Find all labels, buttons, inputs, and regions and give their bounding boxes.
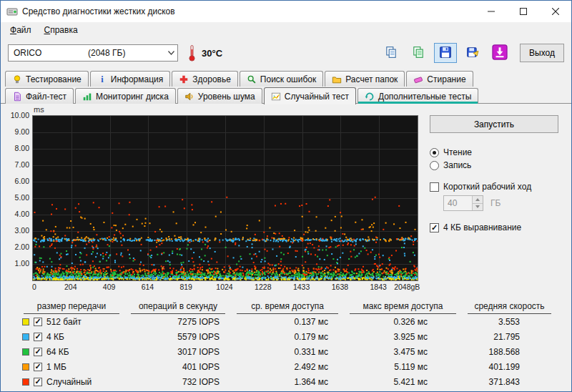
series-label: 1 МБ	[46, 362, 66, 372]
align-row[interactable]: 4 КБ выравнивание	[430, 222, 558, 232]
y-tick-label: 1.00	[15, 259, 29, 268]
tab-random-test[interactable]: Случайный тест	[264, 87, 356, 104]
tab-file-test[interactable]: Файл-тест	[5, 88, 74, 104]
tab-additional-tests[interactable]: Дополнительные тесты	[358, 88, 478, 104]
x-tick-label: 1638	[332, 283, 348, 291]
close-button[interactable]	[539, 1, 571, 22]
short-stroke-unit: ГБ	[490, 198, 500, 208]
spin-down-button[interactable]	[473, 203, 483, 211]
refresh-teal-icon	[365, 92, 375, 102]
speaker-icon	[184, 92, 194, 102]
x-tick-label: 0	[32, 283, 36, 291]
column-header: размер передачи	[24, 300, 119, 314]
exit-button[interactable]: Выход	[520, 44, 564, 62]
read-radio-row[interactable]: Чтение	[430, 147, 558, 157]
series-checkbox[interactable]	[34, 318, 42, 326]
short-stroke-row[interactable]: Короткий рабочий ход	[430, 182, 558, 192]
iops-value: 401 IOPS	[125, 362, 231, 372]
table-row: 1 МБ401 IOPS2.492 мс5.119 мс401.199	[18, 359, 557, 374]
x-tick-label: 1843	[370, 283, 387, 291]
tab-row-1: ТестированиеiИнформацияЗдоровьеПоиск оши…	[5, 71, 567, 87]
x-tick-label: 2048gB	[394, 283, 420, 291]
plot-wrap: ms 0204409614819102412281433163818432048…	[32, 115, 418, 293]
short-stroke-size-value: 40	[444, 196, 472, 210]
tab-information[interactable]: iИнформация	[90, 71, 170, 87]
menubar: Файл Справка	[1, 22, 571, 38]
start-button[interactable]: Запустить	[430, 115, 558, 133]
info-icon: i	[97, 74, 107, 84]
series-label: 4 КБ	[46, 332, 64, 342]
tab-folder-calc[interactable]: Расчет папок	[325, 71, 405, 87]
write-radio-label: Запись	[443, 160, 471, 170]
tab-disk-monitor[interactable]: Мониторинг диска	[75, 88, 176, 104]
table-body: 512 байт7275 IOPS0.137 мс0.326 мс3.5534 …	[18, 314, 557, 389]
series-checkbox[interactable]	[34, 378, 42, 386]
copy-report-icon	[412, 46, 425, 61]
y-tick-label: 7.00	[15, 160, 29, 169]
copy-pages-icon	[385, 46, 398, 61]
drive-size: (2048 ГБ)	[88, 48, 125, 58]
folder-icon	[332, 74, 342, 84]
menu-file[interactable]: Файл	[4, 23, 38, 37]
health-cross-icon	[179, 74, 189, 84]
spinner	[472, 196, 483, 210]
x-tick-label: 204	[64, 283, 77, 291]
series-color-swatch	[22, 348, 29, 356]
series-cell: 4 КБ	[18, 332, 125, 342]
menu-help[interactable]: Справка	[38, 23, 84, 37]
column-header: операций в секунду	[131, 300, 225, 314]
y-tick-label: 5.00	[15, 193, 29, 202]
column-header: макс время доступа	[350, 300, 456, 314]
series-checkbox[interactable]	[34, 333, 42, 341]
series-checkbox[interactable]	[34, 348, 42, 356]
column-header: ср. время доступа	[237, 300, 338, 314]
write-radio[interactable]	[430, 161, 439, 170]
align-4k-label: 4 КБ выравнивание	[443, 222, 521, 232]
export-save-button[interactable]	[461, 43, 484, 63]
short-stroke-size-input[interactable]: 40	[443, 195, 483, 211]
scatter-canvas	[32, 115, 418, 281]
app-window: Средство диагностики жестких дисков Файл…	[0, 0, 572, 392]
tab-health[interactable]: Здоровье	[172, 71, 238, 87]
y-tick-label: 6.00	[15, 177, 29, 185]
copy-report-button[interactable]	[407, 43, 430, 63]
toolbar: ORICO (2048 ГБ) 30°C	[1, 38, 571, 68]
y-tick-label: 10.00	[11, 111, 29, 119]
read-radio[interactable]	[430, 148, 439, 157]
avg-access-value: 0.179 мс	[231, 332, 344, 342]
copy-pages-button[interactable]	[380, 43, 403, 63]
maximize-button[interactable]	[507, 1, 539, 22]
download-button[interactable]	[488, 43, 511, 63]
svg-text:i: i	[101, 74, 104, 84]
y-tick-label: 9.00	[15, 127, 29, 136]
results-table: размер передачиопераций в секундуср. вре…	[18, 300, 557, 389]
minimize-button[interactable]	[475, 1, 507, 22]
iops-value: 5579 IOPS	[125, 332, 231, 342]
temperature-value: 30°C	[202, 48, 222, 59]
drive-select[interactable]: ORICO (2048 ГБ)	[8, 44, 178, 62]
random-chart-icon	[271, 92, 281, 102]
avg-speed-value: 188.568	[462, 347, 557, 357]
tab-erase[interactable]: Стирание	[406, 71, 473, 87]
short-stroke-checkbox[interactable]	[430, 182, 439, 192]
y-tick-label: 8.00	[15, 144, 29, 152]
spin-up-button[interactable]	[473, 196, 483, 203]
max-access-value: 3.475 мс	[344, 347, 462, 357]
short-stroke-size-row: 40 ГБ	[443, 195, 558, 211]
tab-error-scan[interactable]: Поиск ошибок	[240, 71, 323, 87]
series-checkbox[interactable]	[34, 363, 42, 371]
avg-access-value: 1.364 мс	[231, 377, 344, 387]
save-button[interactable]	[434, 43, 457, 63]
table-row: 4 КБ5579 IOPS0.179 мс3.925 мс21.795	[18, 329, 557, 344]
y-axis-unit: ms	[34, 105, 44, 114]
series-label: 64 КБ	[46, 347, 69, 357]
write-radio-row[interactable]: Запись	[430, 160, 558, 170]
tab-label: Уровень шума	[198, 92, 255, 102]
tab-testing[interactable]: Тестирование	[5, 71, 89, 87]
align-4k-checkbox[interactable]	[430, 223, 439, 232]
export-floppy-icon	[466, 46, 479, 61]
search-icon	[247, 74, 257, 84]
column-header: средняя скорость	[468, 300, 551, 314]
tab-label: Поиск ошибок	[260, 74, 316, 84]
tab-noise-level[interactable]: Уровень шума	[177, 88, 262, 104]
